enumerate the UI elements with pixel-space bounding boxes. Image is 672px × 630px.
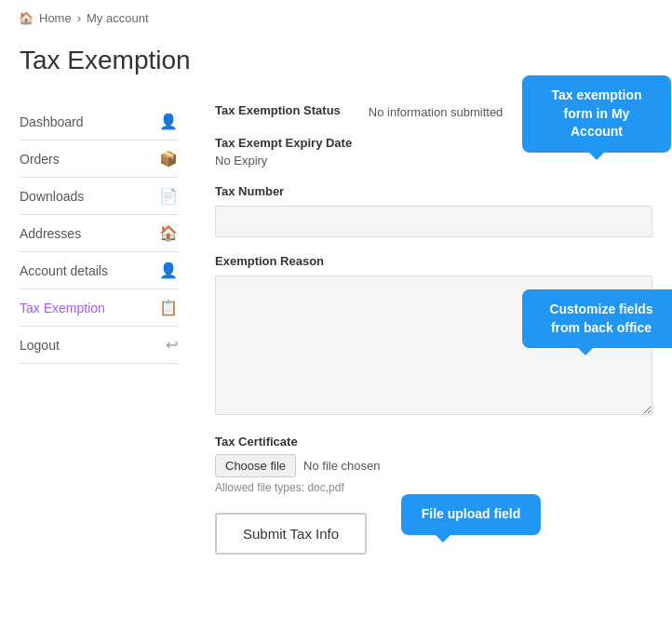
sidebar: Dashboard 👤 Orders 📦 Downloads 📄 Address… (20, 103, 178, 555)
breadcrumb-current: My account (87, 11, 148, 25)
breadcrumb-home-link[interactable]: Home (39, 11, 72, 25)
exemption-reason-section: Exemption Reason (215, 254, 652, 418)
addresses-icon: 🏠 (159, 224, 178, 242)
sidebar-item-addresses[interactable]: Addresses 🏠 (20, 215, 178, 252)
tax-number-section: Tax Number (215, 184, 652, 237)
file-upload-row: Choose file No file chosen (215, 454, 652, 477)
status-value: No information submitted (369, 105, 504, 119)
sidebar-label-orders: Orders (20, 152, 60, 167)
sidebar-label-tax-exemption: Tax Exemption (20, 301, 105, 315)
downloads-icon: 📄 (159, 187, 178, 205)
tax-exemption-icon: 📋 (159, 299, 178, 316)
logout-icon: ↩ (166, 336, 178, 354)
expiry-value: No Expiry (215, 154, 652, 168)
sidebar-item-dashboard[interactable]: Dashboard 👤 (20, 103, 178, 141)
sidebar-item-tax-exemption[interactable]: Tax Exemption 📋 (20, 289, 178, 327)
sidebar-label-addresses: Addresses (20, 226, 81, 241)
tax-certificate-section: Tax Certificate Choose file No file chos… (215, 435, 652, 494)
file-chosen-text: No file chosen (303, 459, 380, 473)
sidebar-label-account-details: Account details (20, 263, 108, 278)
breadcrumb-home-icon: 🏠 (19, 11, 34, 25)
sidebar-item-downloads[interactable]: Downloads 📄 (20, 178, 178, 215)
submit-tax-info-button[interactable]: Submit Tax Info (215, 513, 367, 555)
status-label: Tax Exemption Status (215, 103, 341, 117)
exemption-reason-input[interactable] (215, 275, 652, 415)
sidebar-label-dashboard: Dashboard (20, 114, 84, 129)
account-details-icon: 👤 (159, 261, 178, 279)
sidebar-label-logout: Logout (20, 338, 60, 353)
main-content: Tax exemption form in My Account Tax Exe… (215, 103, 652, 555)
status-section: Tax Exemption Status No information subm… (215, 103, 652, 121)
allowed-types-text: Allowed file types: doc,pdf (215, 481, 652, 494)
orders-icon: 📦 (159, 150, 178, 168)
choose-file-button[interactable]: Choose file (215, 454, 296, 477)
tax-cert-label: Tax Certificate (215, 435, 652, 449)
expiry-section: Tax Exempt Expiry Date No Expiry (215, 136, 652, 168)
page-title: Tax Exemption (20, 46, 652, 75)
tax-number-label: Tax Number (215, 184, 652, 198)
exemption-reason-label: Exemption Reason (215, 254, 652, 268)
tooltip-file-upload: File upload field (401, 494, 541, 535)
sidebar-item-account-details[interactable]: Account details 👤 (20, 252, 178, 289)
sidebar-label-downloads: Downloads (20, 189, 84, 204)
breadcrumb: 🏠 Home › My account (0, 0, 672, 36)
tax-number-input[interactable] (215, 206, 652, 237)
breadcrumb-separator: › (77, 11, 81, 25)
sidebar-item-orders[interactable]: Orders 📦 (20, 141, 178, 178)
sidebar-item-logout[interactable]: Logout ↩ (20, 327, 178, 364)
dashboard-icon: 👤 (159, 113, 178, 130)
expiry-label: Tax Exempt Expiry Date (215, 136, 652, 150)
